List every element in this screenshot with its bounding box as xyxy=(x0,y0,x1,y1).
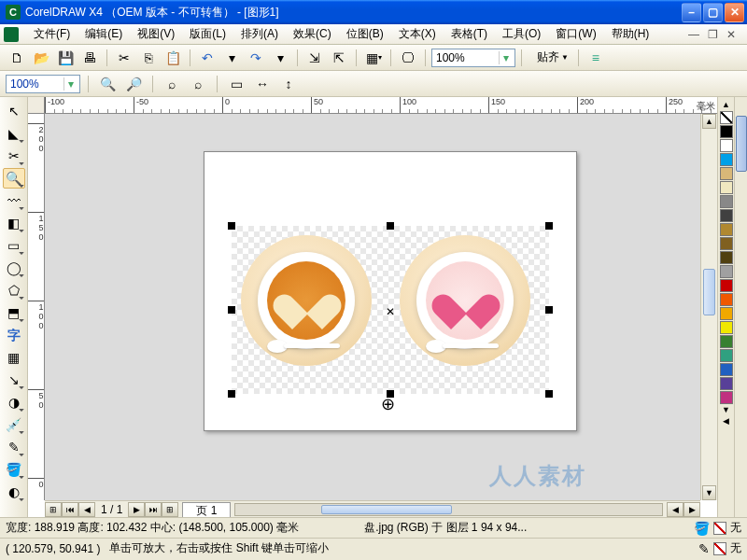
resize-handle-t[interactable] xyxy=(387,222,394,230)
undo-dropdown[interactable]: ▾ xyxy=(220,48,243,68)
mdi-minimize-button[interactable]: — xyxy=(687,28,700,41)
color-swatch[interactable] xyxy=(720,139,733,152)
outline-swatch[interactable] xyxy=(713,542,726,555)
fill-swatch[interactable] xyxy=(713,522,726,535)
import-button[interactable]: ⇲ xyxy=(303,48,326,68)
resize-handle-tl[interactable] xyxy=(228,222,235,230)
zoom-level-combo[interactable]: 100% ▾ xyxy=(431,49,515,67)
color-swatch[interactable] xyxy=(720,321,733,334)
outline-tool[interactable]: ✎ xyxy=(3,437,25,457)
window-close-button[interactable]: ✕ xyxy=(725,3,744,22)
text-tool[interactable]: 字 xyxy=(3,325,25,345)
crop-tool[interactable]: ✂ xyxy=(3,146,25,166)
prev-page-button[interactable]: ◀ xyxy=(78,502,95,517)
canvas-viewport[interactable]: ✕ ⊕ xyxy=(45,114,700,500)
swatch-none[interactable] xyxy=(720,111,733,124)
vscroll-thumb[interactable] xyxy=(703,269,715,315)
options-button[interactable]: ≡ xyxy=(585,48,607,68)
mdi-close-button[interactable]: ✕ xyxy=(725,28,738,41)
mdi-restore-button[interactable]: ❐ xyxy=(706,28,719,41)
window-maximize-button[interactable]: ▢ xyxy=(703,3,723,22)
open-button[interactable]: 📂 xyxy=(30,48,52,68)
zoom-width-button[interactable]: ↔ xyxy=(251,74,274,94)
color-swatch[interactable] xyxy=(720,209,733,222)
scroll-right-button[interactable]: ▶ xyxy=(684,502,700,517)
export-button[interactable]: ⇱ xyxy=(328,48,350,68)
add-page-button[interactable]: ⊞ xyxy=(45,502,62,517)
menu-window[interactable]: 窗口(W) xyxy=(548,24,603,44)
new-button[interactable]: 🗋 xyxy=(6,48,28,68)
menu-table[interactable]: 表格(T) xyxy=(444,24,495,44)
color-swatch[interactable] xyxy=(720,153,733,166)
color-swatch[interactable] xyxy=(720,167,733,180)
interactive-fill-tool[interactable]: ◐ xyxy=(3,482,25,502)
page-tab-1[interactable]: 页 1 xyxy=(182,502,231,517)
freehand-tool[interactable]: 〰 xyxy=(3,190,25,211)
menu-layout[interactable]: 版面(L) xyxy=(182,24,233,44)
scroll-left-button[interactable]: ◀ xyxy=(667,502,684,517)
menu-edit[interactable]: 编辑(E) xyxy=(78,24,130,44)
color-swatch[interactable] xyxy=(720,377,733,390)
color-swatch[interactable] xyxy=(720,251,733,264)
rectangle-tool[interactable]: ▭ xyxy=(3,235,25,256)
horizontal-ruler[interactable]: -100-50050100150200250300350 xyxy=(45,97,717,114)
scroll-up-button[interactable]: ▲ xyxy=(702,114,716,129)
undo-button[interactable]: ↶ xyxy=(196,48,218,68)
docker-tab[interactable] xyxy=(736,116,747,172)
ruler-origin[interactable] xyxy=(28,97,45,114)
color-swatch[interactable] xyxy=(720,223,733,236)
menu-arrange[interactable]: 排列(A) xyxy=(233,24,286,44)
print-button[interactable]: 🖶 xyxy=(78,48,101,68)
resize-handle-l[interactable] xyxy=(228,306,235,314)
scroll-down-button[interactable]: ▼ xyxy=(702,485,716,500)
zoom-page-button[interactable]: ▭ xyxy=(225,74,247,94)
paste-button[interactable]: 📋 xyxy=(162,48,184,68)
vertical-scrollbar[interactable]: ▲ ▼ xyxy=(700,114,717,500)
zoom-tool[interactable]: 🔍 xyxy=(3,168,25,189)
color-swatch[interactable] xyxy=(720,265,733,278)
color-swatch[interactable] xyxy=(720,335,733,348)
ellipse-tool[interactable]: ◯ xyxy=(3,258,25,278)
app-launcher-button[interactable]: ▦▾ xyxy=(362,48,385,68)
polygon-tool[interactable]: ⬠ xyxy=(3,280,25,301)
eyedropper-tool[interactable]: 💉 xyxy=(3,414,25,435)
menu-text[interactable]: 文本(X) xyxy=(391,24,444,44)
color-swatch[interactable] xyxy=(720,237,733,250)
menu-tools[interactable]: 工具(O) xyxy=(495,24,548,44)
zoom-preset-combo[interactable]: 100% ▾ xyxy=(6,75,80,93)
interactive-tool[interactable]: ◑ xyxy=(3,392,25,413)
menu-effects[interactable]: 效果(C) xyxy=(286,24,339,44)
last-page-button[interactable]: ⏭ xyxy=(145,502,162,517)
color-swatch[interactable] xyxy=(720,293,733,306)
welcome-button[interactable]: 🖵 xyxy=(397,48,419,68)
color-swatch[interactable] xyxy=(720,195,733,208)
menu-file[interactable]: 文件(F) xyxy=(26,24,78,44)
add-page-after-button[interactable]: ⊞ xyxy=(162,502,178,517)
color-swatch[interactable] xyxy=(720,391,733,404)
hscroll-thumb[interactable] xyxy=(321,505,452,514)
window-minimize-button[interactable]: – xyxy=(682,3,701,22)
redo-button[interactable]: ↷ xyxy=(245,48,267,68)
zoom-in-button[interactable]: 🔍 xyxy=(96,74,119,94)
resize-handle-br[interactable] xyxy=(545,390,553,398)
menu-bitmap[interactable]: 位图(B) xyxy=(339,24,391,44)
dimension-tool[interactable]: ↘ xyxy=(3,370,25,390)
color-swatch[interactable] xyxy=(720,307,733,320)
save-button[interactable]: 💾 xyxy=(54,48,77,68)
pick-tool[interactable]: ↖ xyxy=(3,101,25,121)
next-page-button[interactable]: ▶ xyxy=(128,502,145,517)
zoom-height-button[interactable]: ↕ xyxy=(277,74,300,94)
zoom-out-button[interactable]: 🔎 xyxy=(122,74,145,94)
color-swatch[interactable] xyxy=(720,349,733,362)
cut-button[interactable]: ✂ xyxy=(113,48,135,68)
color-swatch[interactable] xyxy=(720,363,733,376)
menu-view[interactable]: 视图(V) xyxy=(130,24,182,44)
resize-handle-r[interactable] xyxy=(545,306,553,314)
palette-scroll-up[interactable]: ▲ xyxy=(720,99,733,110)
horizontal-scrollbar[interactable] xyxy=(234,503,663,516)
color-swatch[interactable] xyxy=(720,125,733,138)
table-tool[interactable]: ▦ xyxy=(3,347,25,368)
color-swatch[interactable] xyxy=(720,279,733,292)
redo-dropdown[interactable]: ▾ xyxy=(269,48,291,68)
color-swatch[interactable] xyxy=(720,181,733,194)
